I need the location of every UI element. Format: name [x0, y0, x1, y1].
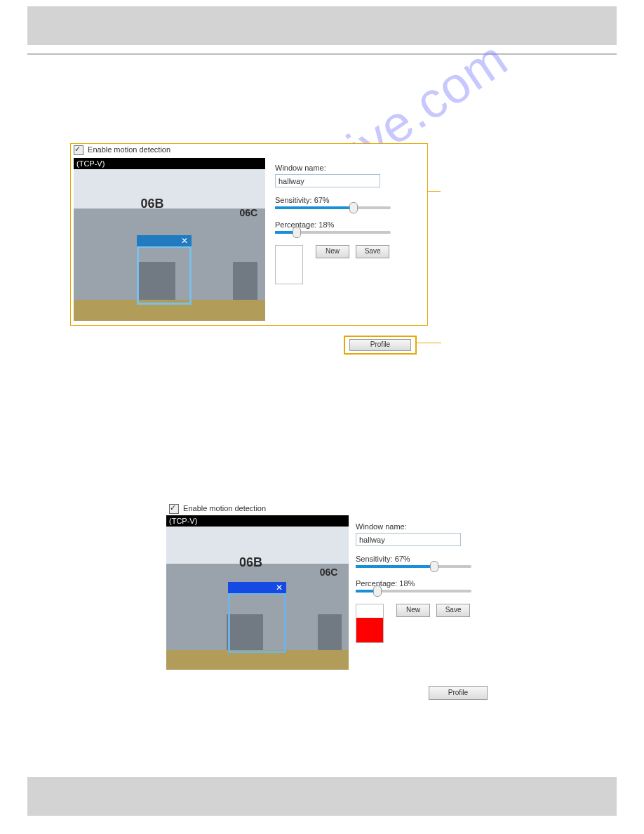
video-title-1: (TCP-V)	[74, 158, 265, 169]
scene-sign-06c-1: 06C	[239, 207, 257, 218]
video-title-2: (TCP-V)	[166, 515, 349, 527]
window-name-label-2: Window name:	[356, 522, 482, 531]
profile-button-1[interactable]: Profile	[349, 339, 411, 351]
profile-button-callout: Profile	[344, 336, 417, 355]
close-window-icon-2[interactable]: ✕	[276, 583, 283, 593]
scene-sign-06b-2: 06B	[239, 555, 262, 570]
footer-bar	[27, 777, 617, 816]
new-button-2[interactable]: New	[396, 604, 430, 617]
sensitivity-label-1: Sensitivity: 67%	[275, 196, 420, 204]
enable-motion-label-1: Enable motion detection	[88, 145, 170, 154]
new-button-1[interactable]: New	[316, 245, 349, 258]
detection-window-2[interactable]: ✕	[228, 593, 286, 653]
window-name-label-1: Window name:	[275, 164, 420, 172]
window-name-input-2[interactable]	[356, 533, 461, 546]
motion-indicator-2	[356, 604, 384, 643]
percentage-slider-1[interactable]	[275, 231, 391, 234]
callout-leader-1	[428, 191, 441, 192]
profile-button-2[interactable]: Profile	[429, 686, 488, 700]
motion-detection-panel-2: Enable motion detection (TCP-V) 06B 06C …	[166, 503, 489, 670]
scene-sign-06c-2: 06C	[320, 567, 338, 578]
sensitivity-slider-1[interactable]	[275, 206, 391, 209]
sensitivity-label-2: Sensitivity: 67%	[356, 555, 482, 563]
callout-leader-2	[417, 343, 441, 343]
percentage-slider-2[interactable]	[356, 590, 471, 593]
save-button-2[interactable]: Save	[436, 604, 470, 617]
scene-sign-06b-1: 06B	[141, 197, 164, 211]
enable-motion-checkbox-1[interactable]	[74, 145, 83, 155]
detection-window-1[interactable]: ✕	[137, 246, 192, 305]
motion-detection-panel-1: Enable motion detection (TCP-V) 06B 06C …	[70, 143, 428, 326]
motion-indicator-1	[275, 245, 303, 284]
video-preview-1[interactable]: (TCP-V) 06B 06C ✕	[74, 158, 265, 321]
sensitivity-slider-2[interactable]	[356, 565, 471, 568]
header-underline	[27, 53, 617, 55]
video-preview-2[interactable]: (TCP-V) 06B 06C ✕	[166, 515, 349, 670]
enable-motion-label-2: Enable motion detection	[183, 504, 266, 512]
enable-motion-checkbox-2[interactable]	[169, 504, 179, 514]
window-name-input-1[interactable]	[275, 174, 380, 187]
save-button-1[interactable]: Save	[356, 245, 389, 258]
close-window-icon-1[interactable]: ✕	[181, 236, 188, 246]
header-bar	[27, 6, 617, 45]
